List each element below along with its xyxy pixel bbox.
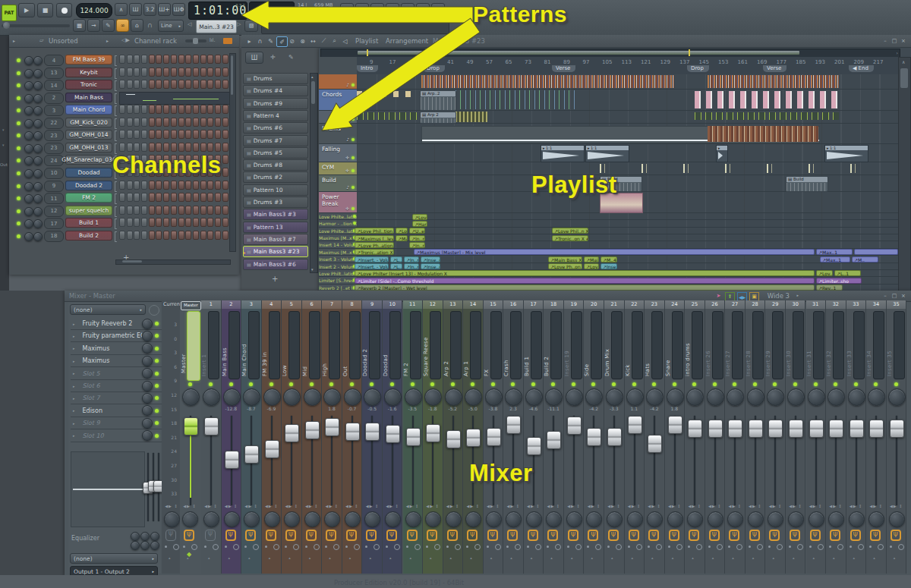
- clock-mini-icon[interactable]: [333, 544, 339, 550]
- fx-enable-led[interactable]: [155, 384, 159, 388]
- strip-arrow[interactable]: ▴: [793, 555, 795, 560]
- track-mute-led[interactable]: [351, 118, 355, 121]
- step-cell[interactable]: [178, 130, 184, 139]
- step-cell[interactable]: [222, 130, 229, 139]
- strip-dot[interactable]: [789, 546, 791, 548]
- channel-volume-knob[interactable]: [33, 119, 43, 128]
- channel-name-button[interactable]: Doodad 2: [65, 181, 112, 190]
- automation-lane-row[interactable]: ↗Tronic..ation X↗Maximus [Master] - Mix …: [357, 249, 898, 256]
- strip-volume-knob[interactable]: [585, 388, 603, 406]
- plug-icon[interactable]: Ψ: [588, 530, 598, 541]
- channel-enable-led[interactable]: [17, 222, 20, 225]
- channel-name-button[interactable]: Build 2: [65, 231, 112, 241]
- plug-icon[interactable]: Ψ: [266, 530, 276, 541]
- strip-arrow[interactable]: ▴: [248, 555, 251, 560]
- strip-volume-knob[interactable]: [868, 388, 885, 406]
- automation-clip[interactable]: ↗Love Ph..ation X: [355, 242, 394, 248]
- automation-lane-row[interactable]: ↗Love Phil..tion X↗Lov..3↗U..eed↗Love Ph…: [357, 228, 898, 234]
- clock-mini-icon[interactable]: [717, 544, 723, 550]
- channel-name-button[interactable]: GM_Snareclap_030: [65, 155, 112, 165]
- strip-led[interactable]: [511, 382, 515, 386]
- strip-dot[interactable]: [446, 546, 449, 548]
- cut-icon[interactable]: ✂: [355, 3, 369, 16]
- automation-clip[interactable]: ↗Lov..3: [396, 228, 408, 234]
- strip-number[interactable]: 29: [765, 300, 785, 309]
- audio-clip[interactable]: ▸ 1:1: [585, 145, 629, 162]
- strip-dot[interactable]: [325, 546, 327, 548]
- strip-led[interactable]: [572, 382, 575, 386]
- automation-lane-header[interactable]: Love Philte..lation X: [319, 213, 357, 220]
- fx-mix-knob[interactable]: [142, 356, 153, 366]
- clock-mini-icon[interactable]: [616, 544, 622, 550]
- strip-arrow[interactable]: ▴: [692, 555, 694, 560]
- step-cell[interactable]: [119, 193, 125, 202]
- strip-pan-knob[interactable]: [788, 511, 804, 527]
- step-cell[interactable]: [141, 218, 147, 227]
- pattern-item[interactable]: ▤Drums #6: [243, 122, 308, 134]
- fx-preset-dropdown[interactable]: (none)▸: [70, 304, 146, 315]
- fx-enable-led[interactable]: [155, 396, 159, 400]
- stereo-sep-icons[interactable]: ◀▶ ↕: [727, 504, 742, 508]
- strip-led[interactable]: [632, 382, 636, 386]
- clock-mini-icon[interactable]: [233, 544, 239, 550]
- step-cell[interactable]: [215, 118, 221, 127]
- strip-fader[interactable]: [305, 421, 320, 439]
- mixer-strip[interactable]: 35Insert 35◀▶ ↕Ψ▴: [887, 300, 907, 574]
- stereo-sep-icons[interactable]: ◀▶ ↕: [788, 504, 803, 508]
- playlist-timeline[interactable]: 9172533414957657381899710511312112913714…: [357, 57, 898, 75]
- step-cell[interactable]: [149, 206, 155, 215]
- automation-lane-header[interactable]: Limiter [S..hreshold: [319, 277, 357, 284]
- playlist-track-header[interactable]: Chords♪: [319, 90, 357, 111]
- strip-number[interactable]: 24: [665, 300, 685, 309]
- playlist-vscrollbar[interactable]: ∧: [898, 57, 911, 292]
- strip-pan-knob[interactable]: [164, 511, 180, 527]
- channel-volume-knob[interactable]: [33, 156, 43, 165]
- strip-arrow[interactable]: ▴: [611, 555, 613, 560]
- stereo-sep-icons[interactable]: ◀▶ ↕: [607, 504, 622, 508]
- strip-dot[interactable]: [809, 546, 812, 548]
- automation-lane-row[interactable]: ↗Maximus [..level↗Mac..1↗In..me↗Tronic..…: [357, 234, 898, 241]
- strip-number[interactable]: 1: [201, 300, 221, 309]
- stereo-sep-icons[interactable]: ◀▶ ↕: [264, 504, 279, 508]
- mixer-strip[interactable]: 25intro drums◀▶ ↕Ψ▴: [685, 300, 705, 574]
- strip-pan-knob[interactable]: [345, 511, 361, 527]
- pattern-spinner-right[interactable]: ▷: [237, 21, 241, 27]
- fx-mix-knob[interactable]: [142, 405, 153, 416]
- automation-clip[interactable]: ↗Mac..1: [396, 235, 408, 241]
- channel-number[interactable]: 10: [44, 168, 64, 179]
- strip-dot[interactable]: [285, 546, 287, 548]
- strip-volume-knob[interactable]: [445, 388, 462, 406]
- playback-tool-icon[interactable]: ◁: [340, 36, 350, 46]
- channel-enable-led[interactable]: [17, 234, 20, 238]
- step-cell[interactable]: [200, 118, 206, 127]
- stereo-sep-icons[interactable]: ◀▶ ↕: [586, 504, 601, 508]
- channel-enable-led[interactable]: [17, 171, 20, 175]
- channel-name-button[interactable]: Build 1: [65, 218, 112, 228]
- strip-led[interactable]: [834, 382, 837, 386]
- mixer-strip[interactable]: 16Crash2.3◀▶ ↕Ψ▴: [503, 300, 524, 574]
- strip-fader[interactable]: [789, 420, 803, 438]
- pattern-item[interactable]: ▤Drums #5: [243, 147, 308, 159]
- channel-name-button[interactable]: Main Bass: [65, 93, 112, 102]
- blend-notes-icon[interactable]: Ш+: [158, 3, 171, 16]
- stereo-sep-icons[interactable]: ◀▶ ↕: [809, 504, 824, 508]
- automation-lane-row[interactable]: ↗Har..#0: [357, 220, 898, 227]
- channel-piano-preview[interactable]: [119, 92, 236, 105]
- strip-dot[interactable]: [244, 546, 247, 548]
- strip-number[interactable]: 35: [887, 300, 906, 309]
- strip-volume-knob[interactable]: [465, 388, 482, 406]
- strip-fader[interactable]: [850, 420, 864, 438]
- stereo-sep-icons[interactable]: ◀▶ ↕: [405, 504, 421, 508]
- step-cell[interactable]: [200, 80, 206, 89]
- strip-number[interactable]: 31: [806, 300, 826, 309]
- step-cell[interactable]: [193, 143, 199, 152]
- clock-mini-icon[interactable]: [415, 544, 421, 550]
- strip-led[interactable]: [793, 382, 797, 386]
- channel-enable-led[interactable]: [17, 146, 20, 150]
- stereo-sep-icons[interactable]: ◀▶ ↕: [687, 504, 702, 508]
- stop-button[interactable]: ■: [37, 3, 53, 17]
- stereo-sep-icons[interactable]: ◀▶ ↕: [203, 504, 219, 508]
- clock-mini-icon[interactable]: [253, 544, 259, 550]
- step-cell[interactable]: [163, 231, 169, 240]
- strip-dot[interactable]: [567, 546, 569, 548]
